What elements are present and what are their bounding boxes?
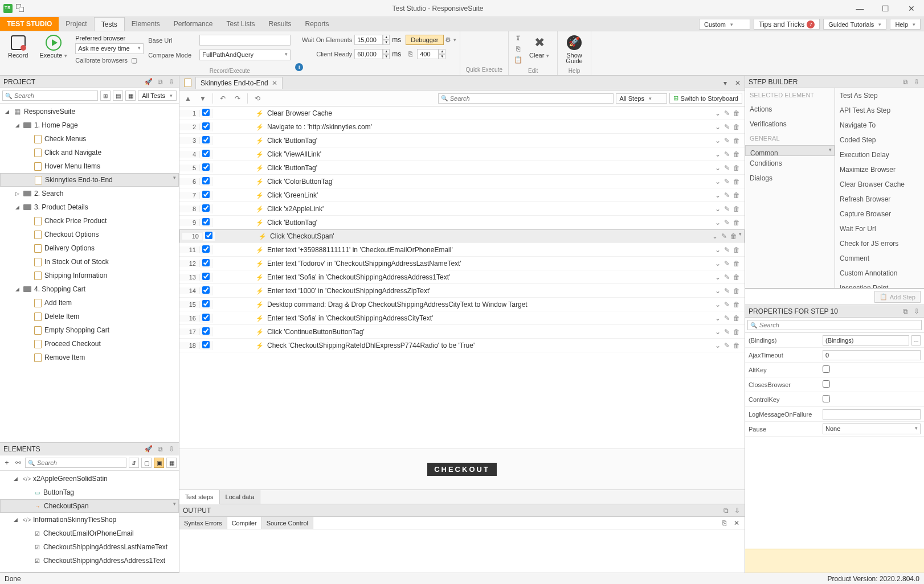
elements-popup-icon[interactable]: [156, 445, 164, 453]
step-checkbox[interactable]: [202, 150, 210, 157]
step-expand-icon[interactable]: ⌄: [715, 219, 721, 227]
step-checkbox[interactable]: [202, 341, 210, 348]
step-row[interactable]: 4Click 'ViewAllLink'⌄✎🗑: [179, 147, 745, 161]
debugger-button[interactable]: Debugger: [406, 35, 443, 45]
step-delete-icon[interactable]: 🗑: [733, 164, 740, 172]
clear-button[interactable]: ✖Clear: [526, 34, 553, 64]
step-delete-icon[interactable]: 🗑: [733, 109, 740, 117]
step-delete-icon[interactable]: 🗑: [733, 301, 740, 309]
step-checkbox[interactable]: [202, 300, 210, 307]
all-tests-select[interactable]: All Tests: [138, 91, 177, 101]
step-builder-category[interactable]: Common: [745, 145, 835, 156]
step-builder-category[interactable]: Dialogs: [745, 171, 835, 186]
step-builder-action[interactable]: Wait For Url: [835, 221, 924, 236]
step-row[interactable]: 9Click 'ButtonTag'⌄✎🗑: [179, 216, 745, 229]
project-tree-item[interactable]: Check Price Product: [0, 214, 179, 228]
elements-tree-item[interactable]: ☑CheckoutShippingAddressLastNameText: [0, 540, 179, 554]
properties-list[interactable]: (Bindings)…AjaxTimeoutAltKeyClosesBrowse…: [745, 333, 924, 549]
step-delete-icon[interactable]: 🗑: [733, 150, 740, 158]
step-checkbox[interactable]: [202, 163, 210, 171]
step-expand-icon[interactable]: ⌄: [715, 328, 721, 336]
client-ready-spinner[interactable]: ▲▼: [354, 49, 390, 59]
step-checkbox[interactable]: [202, 136, 210, 143]
step-builder-action[interactable]: Maximize Browser: [835, 162, 924, 177]
step-builder-action[interactable]: Comment: [835, 251, 924, 266]
step-checkbox[interactable]: [202, 177, 210, 184]
step-delete-icon[interactable]: 🗑: [730, 232, 737, 240]
step-row[interactable]: 10Click 'CheckoutSpan'⌄✎🗑: [179, 229, 745, 243]
project-filter3-icon[interactable]: ▦: [125, 91, 136, 101]
step-builder-action[interactable]: Check for JS errors: [835, 236, 924, 251]
output-tab-source[interactable]: Source Control: [262, 517, 313, 529]
step-edit-icon[interactable]: ✎: [724, 178, 730, 186]
tab-project[interactable]: Project: [59, 17, 93, 31]
step-row[interactable]: 5Click 'ButtonTag'⌄✎🗑: [179, 161, 745, 175]
step-edit-icon[interactable]: ✎: [724, 164, 730, 172]
step-builder-action[interactable]: Refresh Browser: [835, 192, 924, 207]
output-popup-icon[interactable]: [722, 507, 730, 515]
compare-mode-select[interactable]: FullPathAndQuery: [199, 50, 291, 60]
project-tree-item[interactable]: Delete Item: [0, 310, 179, 323]
step-expand-icon[interactable]: ⌄: [715, 273, 721, 281]
step-builder-category[interactable]: Verifications: [745, 117, 835, 131]
project-tree-item[interactable]: ◢1. Home Page: [0, 118, 179, 132]
elements-rocket-icon[interactable]: [145, 445, 153, 453]
step-checkbox[interactable]: [202, 327, 210, 335]
guided-tutorials-button[interactable]: Guided Tutorials: [823, 19, 886, 30]
step-row[interactable]: 1Clear Browser Cache⌄✎🗑: [179, 106, 745, 120]
step-row[interactable]: 6Click 'ColorButtonTag'⌄✎🗑: [179, 175, 745, 188]
steps-search[interactable]: [438, 93, 614, 104]
step-checkbox[interactable]: [202, 259, 210, 266]
debugger-settings-icon[interactable]: [446, 35, 455, 44]
step-edit-icon[interactable]: ✎: [724, 246, 730, 254]
elements-sort-icon[interactable]: ⇵: [129, 458, 139, 468]
step-expand-icon[interactable]: ⌄: [715, 260, 721, 268]
step-delete-icon[interactable]: 🗑: [733, 178, 740, 186]
step-edit-icon[interactable]: ✎: [724, 150, 730, 158]
project-filter1-icon[interactable]: ⊞: [100, 91, 111, 101]
props-search[interactable]: [747, 320, 922, 330]
prop-input[interactable]: [823, 409, 921, 420]
step-row[interactable]: 3Click 'ButtonTag'⌄✎🗑: [179, 134, 745, 147]
elements-search-input[interactable]: [37, 459, 124, 466]
prop-checkbox[interactable]: [823, 395, 830, 402]
step-builder-category[interactable]: Actions: [745, 102, 835, 117]
tab-results[interactable]: Results: [261, 17, 298, 31]
step-delete-icon[interactable]: 🗑: [733, 273, 740, 281]
cut-icon[interactable]: [513, 34, 522, 43]
copy-clipboard-icon[interactable]: ⎘: [513, 44, 522, 54]
step-builder-action[interactable]: Clear Browser Cache: [835, 177, 924, 192]
record-button[interactable]: Record: [5, 34, 31, 60]
step-builder-action[interactable]: Inspection Point: [835, 281, 924, 288]
project-filter2-icon[interactable]: ▤: [113, 91, 123, 101]
project-tree[interactable]: ◢ResponsiveSuite◢1. Home PageCheck Menus…: [0, 104, 179, 442]
step-delete-icon[interactable]: 🗑: [733, 191, 740, 199]
step-edit-icon[interactable]: ✎: [724, 205, 730, 213]
step-delete-icon[interactable]: 🗑: [733, 137, 740, 145]
tabbar-dropdown-icon[interactable]: ▾: [721, 79, 730, 88]
step-expand-icon[interactable]: ⌄: [715, 342, 721, 349]
project-tree-item[interactable]: ◢ResponsiveSuite: [0, 105, 179, 118]
elements-tree-item[interactable]: ▭ButtonTag: [0, 486, 179, 499]
project-tree-item[interactable]: Delivery Options: [0, 241, 179, 255]
step-expand-icon[interactable]: ⌄: [715, 191, 721, 199]
stepbuilder-popup-icon[interactable]: [901, 78, 909, 86]
elements-add-icon[interactable]: +: [2, 458, 11, 467]
step-row[interactable]: 7Click 'GreenLink'⌄✎🗑: [179, 188, 745, 202]
project-search[interactable]: [2, 91, 98, 101]
tab-testlists[interactable]: Test Lists: [219, 17, 261, 31]
elements-filter2-icon[interactable]: ▣: [154, 458, 164, 468]
step-delete-icon[interactable]: 🗑: [733, 123, 740, 131]
elements-tree-item[interactable]: ☑CheckoutEmailOrPhoneEmail: [0, 527, 179, 540]
step-expand-icon[interactable]: ⌄: [715, 246, 721, 254]
tab-reports[interactable]: Reports: [298, 17, 336, 31]
project-tree-item[interactable]: Add Item: [0, 296, 179, 310]
all-steps-select[interactable]: All Steps: [616, 93, 667, 104]
copy-icon[interactable]: ⎘: [406, 50, 415, 59]
step-builder-action[interactable]: Navigate To: [835, 118, 924, 133]
step-edit-icon[interactable]: ✎: [724, 314, 730, 322]
step-expand-icon[interactable]: ⌄: [715, 287, 721, 295]
step-expand-icon[interactable]: ⌄: [715, 137, 721, 145]
project-tree-item[interactable]: Click and Navigate: [0, 146, 179, 159]
output-clear-icon[interactable]: ✕: [732, 519, 741, 528]
